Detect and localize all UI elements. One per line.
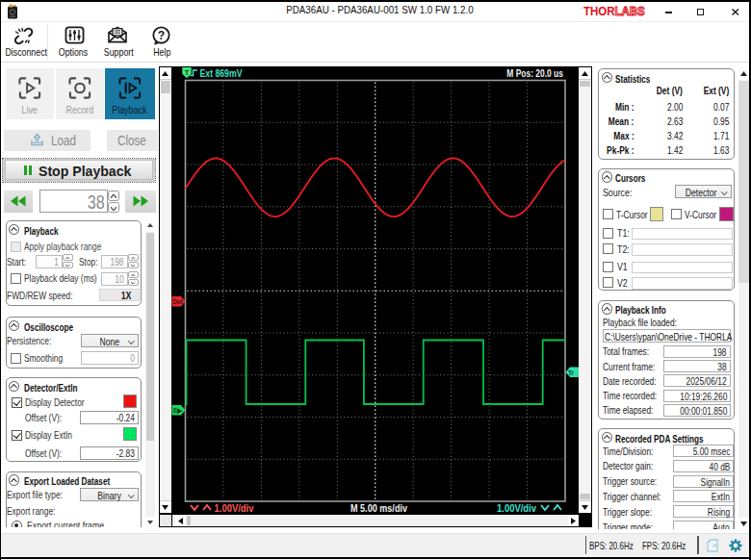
svg-text:Tr: Tr	[568, 369, 575, 375]
svg-text:M Pos: 20.0 us: M Pos: 20.0 us	[506, 67, 563, 79]
svg-text:?: ?	[158, 28, 166, 41]
svg-text:Det: Det	[172, 298, 183, 305]
svg-text:T: T	[184, 68, 189, 77]
svg-text:1.00V/div: 1.00V/div	[214, 502, 254, 514]
svg-text:Ext 869mV: Ext 869mV	[199, 67, 242, 79]
svg-text:E▶: E▶	[173, 407, 183, 415]
svg-text:1.00V/div: 1.00V/div	[497, 502, 537, 514]
svg-text:M 5.00 ms/div: M 5.00 ms/div	[350, 502, 408, 514]
